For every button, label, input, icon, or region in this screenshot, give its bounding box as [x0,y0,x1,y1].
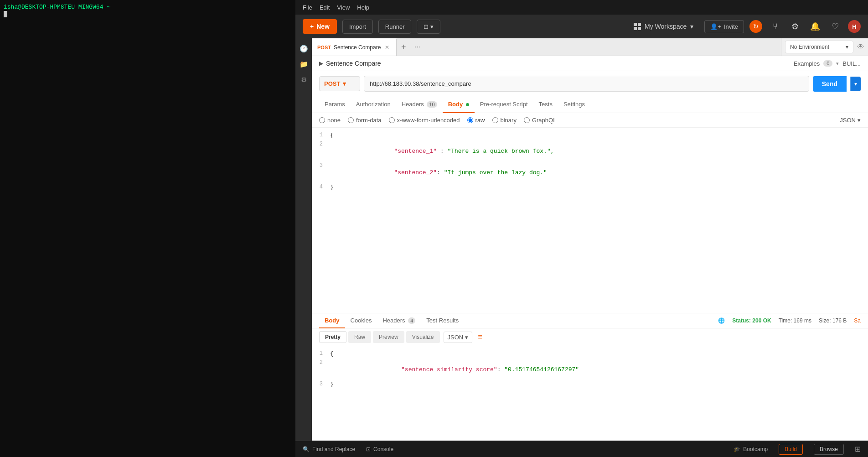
radio-raw[interactable] [467,117,473,123]
tab-prerequest[interactable]: Pre-request Script [475,96,533,113]
resp-tab-headers[interactable]: Headers 4 [377,313,421,328]
examples-link[interactable]: Examples [794,60,820,67]
avatar[interactable]: H [848,20,861,33]
format-raw[interactable]: Raw [348,331,371,343]
browse-button[interactable]: Browse [814,444,844,455]
workspace-selector[interactable]: My Workspace ▾ [628,20,699,33]
resp-json-label: JSON [448,334,464,341]
radio-none[interactable] [319,117,325,123]
examples-count: 0 [823,60,832,67]
json-type-label: JSON [840,117,856,124]
env-more-icon[interactable]: 👁 [857,43,864,51]
request-area: POST Sentence Compare ✕ + ··· No Environ… [312,38,868,441]
tab-name: Sentence Compare [334,44,381,51]
tab-more-button[interactable]: ··· [410,38,424,56]
tab-authorization[interactable]: Authorization [351,96,396,113]
resp-tab-cookies[interactable]: Cookies [345,313,377,328]
url-row: POST ▾ Send ▾ [312,71,868,96]
collection-icon[interactable]: 📁 [297,57,310,71]
option-none[interactable]: none [319,117,341,124]
examples-chevron: ▾ [836,61,839,67]
history-icon[interactable]: 🕐 [297,42,310,56]
console-button[interactable]: ⊡ Console [366,446,393,452]
console-icon: ⊡ [366,446,371,452]
word-wrap-icon[interactable]: ≡ [478,333,482,341]
tab-tests[interactable]: Tests [533,96,558,113]
runner-button[interactable]: Runner [378,20,412,34]
request-body-editor[interactable]: 1 { 2 "sentence_1" : "There is a quick b… [312,128,868,313]
format-visualize[interactable]: Visualize [406,331,440,343]
capture-button[interactable]: ⊡ ▾ [417,20,440,34]
notification-icon[interactable]: 🔔 [808,19,822,34]
sync-icon[interactable]: ↻ [749,20,762,33]
settings-icon[interactable]: ⚙ [788,19,802,34]
tab-method: POST [317,45,331,50]
api-icon[interactable]: ⚙ [297,73,310,87]
build-link[interactable]: BUIL... [842,60,861,67]
resp-json-selector[interactable]: JSON ▾ [444,332,473,343]
tab-headers[interactable]: Headers 10 [396,96,443,113]
terminal-panel: isha@DESKTOP-HPM8TEU MINGW64 ~ [0,0,295,457]
option-raw[interactable]: raw [467,117,485,124]
layout-icon[interactable]: ⊞ [855,445,861,453]
send-button[interactable]: Send [813,76,847,92]
menu-edit[interactable]: Edit [320,4,330,11]
new-label: New [316,23,330,30]
heart-icon[interactable]: ♡ [828,19,842,34]
code-line-2: 2 "sentence_1" : "There is a quick brown… [312,140,868,162]
send-dropdown[interactable]: ▾ [850,77,861,91]
import-button[interactable]: Import [342,20,373,34]
menu-help[interactable]: Help [357,4,369,11]
menu-view[interactable]: View [337,4,350,11]
option-urlencoded[interactable]: x-www-form-urlencoded [389,117,460,124]
radio-form-data[interactable] [348,117,354,123]
new-button[interactable]: + New [303,19,337,34]
method-selector[interactable]: POST ▾ [319,76,360,91]
tab-body[interactable]: Body [443,96,475,113]
response-body-viewer: 1 { 2 "sentence_similarity_score": "0.15… [312,346,868,441]
postman-app: File Edit View Help + New Import Runner … [295,0,868,457]
tab-settings[interactable]: Settings [558,96,590,113]
format-pretty[interactable]: Pretty [319,331,346,343]
tab-bar: POST Sentence Compare ✕ + ··· [312,38,781,56]
request-tabs: Params Authorization Headers 10 Body Pre… [312,96,868,113]
json-chevron-icon: ▾ [858,117,861,124]
option-binary[interactable]: binary [492,117,517,124]
sidebar-icons: 🕐 📁 ⚙ [295,38,312,441]
format-preview[interactable]: Preview [373,331,404,343]
option-graphql[interactable]: GraphQL [524,117,556,124]
menu-file[interactable]: File [303,4,312,11]
invite-button[interactable]: 👤+ Invite [704,20,744,33]
request-title: Sentence Compare [326,60,381,67]
tab-params[interactable]: Params [319,96,351,113]
user-plus-icon: 👤+ [710,23,721,30]
tab-sentence-compare[interactable]: POST Sentence Compare ✕ [312,38,397,56]
terminal-prompt: isha@DESKTOP-HPM8TEU MINGW64 ~ [4,4,110,10]
radio-urlencoded[interactable] [389,117,395,123]
find-replace-button[interactable]: 🔍 Find and Replace [303,446,355,452]
collapse-arrow-icon[interactable]: ▶ [319,60,323,67]
workspace-grid-icon [634,23,641,30]
option-form-data[interactable]: form-data [348,117,382,124]
build-button[interactable]: Build [779,444,803,455]
response-time: Time: 169 ms [779,317,811,324]
resp-tab-body[interactable]: Body [319,313,345,328]
tab-close-icon[interactable]: ✕ [383,44,391,51]
resp-tab-test-results[interactable]: Test Results [421,313,464,328]
bootcamp-button[interactable]: 🎓 Bootcamp [734,446,768,452]
save-response-link[interactable]: Sa [854,317,861,324]
bootcamp-icon: 🎓 [734,446,740,452]
fork-icon[interactable]: ⑂ [768,19,782,34]
code-line-4: 4 } [312,183,868,192]
bottom-bar: 🔍 Find and Replace ⊡ Console 🎓 Bootcamp … [295,441,868,457]
tab-add-button[interactable]: + [397,38,410,56]
json-type-selector[interactable]: JSON ▾ [840,117,861,124]
resp-line-1: 1 { [312,350,868,359]
terminal-output: isha@DESKTOP-HPM8TEU MINGW64 ~ [4,4,292,10]
env-selector[interactable]: No Environment ▾ [785,41,853,53]
radio-binary[interactable] [492,117,498,123]
toolbar: + New Import Runner ⊡ ▾ My Workspace ▾ 👤… [295,15,868,38]
radio-graphql[interactable] [524,117,530,123]
url-input[interactable] [364,76,809,92]
menu-bar: File Edit View Help [295,0,868,15]
